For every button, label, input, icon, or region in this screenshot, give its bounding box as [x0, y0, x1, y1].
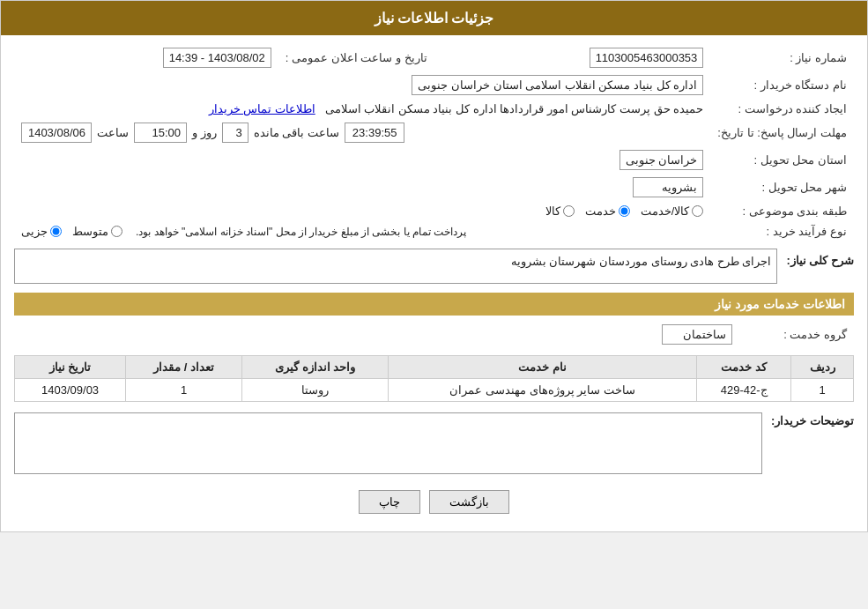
services-info-label: اطلاعات خدمات مورد نیاز	[14, 293, 854, 316]
category-kala[interactable]: کالا	[545, 204, 575, 218]
category-kala-khidmat[interactable]: کالا/خدمت	[641, 204, 704, 218]
remaining-time: 23:39:55	[345, 123, 405, 143]
creator-label: ایجاد کننده درخواست :	[710, 99, 854, 119]
general-desc-label: شرح کلی نیاز:	[786, 254, 854, 267]
purchase-note: پرداخت تمام یا بخشی از مبلغ خریدار از مح…	[136, 226, 466, 238]
date-label: تاریخ و ساعت اعلان عمومی :	[278, 44, 434, 71]
col-service-name: نام خدمت	[389, 356, 697, 379]
city-label: شهر محل تحویل :	[710, 174, 854, 201]
buyer-org-value: اداره کل بنیاد مسکن انقلاب اسلامی استان …	[412, 75, 703, 95]
purchase-mutawaset[interactable]: متوسط	[72, 225, 122, 238]
service-group-value: ساختمان	[662, 324, 732, 345]
print-button[interactable]: چاپ	[359, 490, 420, 514]
purchase-type-label: نوع فرآیند خرید :	[710, 221, 854, 241]
general-desc-value: اجرای طرح هادی روستای موردستان شهرستان ب…	[511, 255, 772, 268]
time-label: ساعت	[97, 126, 129, 139]
buyer-org-label: نام دستگاه خریدار :	[710, 71, 854, 99]
col-date: تاریخ نیاز	[15, 356, 126, 379]
col-quantity: تعداد / مقدار	[126, 356, 242, 379]
need-number-label: شماره نیاز :	[710, 44, 854, 71]
creator-link[interactable]: اطلاعات تماس خریدار	[209, 102, 315, 115]
deadline-time: 15:00	[134, 123, 187, 143]
table-row: 1ج-42-429ساخت سایر پروژه‌های مهندسی عمرا…	[15, 379, 854, 402]
purchase-juz'i[interactable]: جزیی	[21, 225, 62, 238]
date-value: 1403/08/02 - 14:39	[163, 48, 271, 68]
deadline-label: مهلت ارسال پاسخ: تا تاریخ:	[710, 119, 854, 146]
deadline-days: 3	[222, 123, 249, 143]
services-table: ردیف کد خدمت نام خدمت واحد اندازه گیری ت…	[14, 355, 854, 402]
back-button[interactable]: بازگشت	[429, 490, 509, 514]
province-value: خراسان جنوبی	[619, 150, 704, 170]
col-row-num: ردیف	[791, 356, 854, 379]
page-title: جزئیات اطلاعات نیاز	[375, 11, 494, 26]
col-service-code: کد خدمت	[696, 356, 790, 379]
category-khidmat[interactable]: خدمت	[585, 204, 630, 218]
remaining-label: ساعت باقی مانده	[254, 126, 339, 139]
day-label: روز و	[192, 126, 217, 139]
service-group-label: گروه خدمت :	[739, 321, 854, 348]
province-label: استان محل تحویل :	[710, 146, 854, 174]
buyer-desc-textarea[interactable]	[14, 412, 762, 474]
buttons-row: بازگشت چاپ	[14, 490, 854, 514]
city-value: بشرویه	[633, 177, 703, 197]
need-number-value: 1103005463000353	[590, 48, 704, 68]
col-measurement-unit: واحد اندازه گیری	[242, 356, 389, 379]
creator-value: حمیده حق پرست کارشناس امور قراردادها ادا…	[325, 102, 704, 115]
buyer-desc-label: توضیحات خریدار:	[771, 414, 854, 427]
page-header: جزئیات اطلاعات نیاز	[1, 1, 867, 35]
deadline-date: 1403/08/06	[21, 123, 92, 143]
category-label: طبقه بندی موضوعی :	[710, 201, 854, 221]
